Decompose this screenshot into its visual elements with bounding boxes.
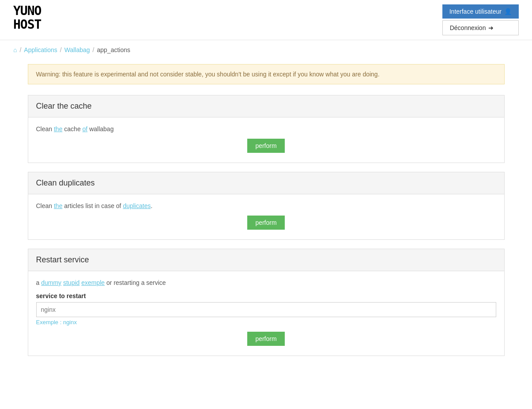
- card-clear-cache-desc: Clean the cache of wallabag: [36, 125, 496, 133]
- card-clean-dup-duplicates[interactable]: duplicates: [123, 202, 151, 209]
- user-icon: 👤: [504, 8, 512, 15]
- header: YUNO HOST Interface utilisateur 👤 Déconn…: [0, 0, 532, 40]
- breadcrumb: ⌂ / Applications / Wallabag / app_action…: [0, 40, 532, 60]
- card-restart-dummy[interactable]: dummy: [41, 279, 61, 286]
- card-clean-duplicates-perform-button[interactable]: perform: [247, 216, 284, 230]
- card-clear-cache-of[interactable]: of: [83, 125, 88, 133]
- card-restart-service-title: Restart service: [36, 255, 496, 265]
- header-buttons: Interface utilisateur 👤 Déconnexion ➜: [442, 4, 519, 35]
- card-clear-cache-body: Clean the cache of wallabag perform: [28, 117, 504, 163]
- breadcrumb-home[interactable]: ⌂: [13, 46, 17, 53]
- disconnect-icon: ➜: [488, 24, 494, 31]
- warning-text: Warning: this feature is experimental an…: [36, 71, 380, 78]
- card-restart-service-header: Restart service: [28, 249, 504, 271]
- home-icon: ⌂: [13, 46, 17, 53]
- card-clean-duplicates-title: Clean duplicates: [36, 178, 496, 188]
- card-clean-duplicates-body: Clean the articles list in case of dupli…: [28, 194, 504, 239]
- card-restart-service-body: a dummy stupid exemple or restarting a s…: [28, 271, 504, 356]
- service-field-input[interactable]: [36, 302, 496, 317]
- breadcrumb-sep-2: /: [60, 46, 62, 53]
- breadcrumb-current: app_actions: [97, 46, 131, 53]
- warning-banner: Warning: this feature is experimental an…: [28, 64, 505, 84]
- logo: YUNO HOST: [13, 4, 41, 32]
- card-clean-duplicates-desc: Clean the articles list in case of dupli…: [36, 202, 496, 209]
- card-clean-dup-the[interactable]: the: [54, 202, 62, 209]
- service-field-label: service to restart: [36, 292, 496, 299]
- card-restart-service-desc: a dummy stupid exemple or restarting a s…: [36, 279, 496, 286]
- card-clear-cache-header: Clear the cache: [28, 95, 504, 117]
- breadcrumb-wallabag[interactable]: Wallabag: [64, 46, 90, 53]
- breadcrumb-applications[interactable]: Applications: [24, 46, 57, 53]
- card-clear-cache-title: Clear the cache: [36, 102, 496, 111]
- user-interface-button[interactable]: Interface utilisateur 👤: [442, 4, 519, 19]
- disconnect-button[interactable]: Déconnexion ➜: [442, 20, 519, 35]
- card-clean-duplicates-header: Clean duplicates: [28, 172, 504, 194]
- card-clear-cache-the[interactable]: the: [54, 125, 62, 133]
- breadcrumb-sep-1: /: [19, 46, 21, 53]
- card-clear-cache: Clear the cache Clean the cache of walla…: [28, 95, 505, 163]
- card-restart-stupid[interactable]: stupid: [63, 279, 79, 286]
- service-field-hint: Exemple : nginx: [36, 319, 496, 326]
- card-clear-cache-perform-button[interactable]: perform: [247, 139, 284, 153]
- breadcrumb-sep-3: /: [93, 46, 94, 53]
- disconnect-label: Déconnexion: [450, 24, 486, 31]
- card-restart-service: Restart service a dummy stupid exemple o…: [28, 249, 505, 356]
- card-restart-service-perform-button[interactable]: perform: [247, 332, 284, 346]
- user-interface-label: Interface utilisateur: [449, 8, 502, 15]
- card-restart-exemple[interactable]: exemple: [81, 279, 105, 286]
- card-clean-duplicates: Clean duplicates Clean the articles list…: [28, 172, 505, 240]
- main-content: Warning: this feature is experimental an…: [15, 60, 518, 382]
- service-field-group: service to restart Exemple : nginx: [36, 292, 496, 326]
